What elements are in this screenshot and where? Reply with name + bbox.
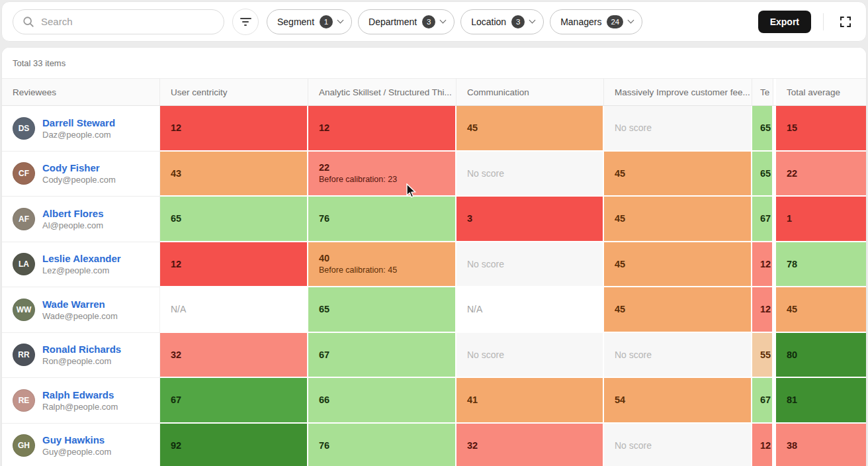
score-cell-user-centricity[interactable]: 43: [160, 152, 308, 197]
score-value: 12: [171, 122, 296, 133]
avatar: RR: [13, 344, 35, 366]
chip-count-badge: 24: [607, 15, 623, 28]
score-cell-analytic-skillset[interactable]: 40Before calibration: 45: [308, 242, 456, 288]
score-cell-total-average[interactable]: 81: [773, 378, 866, 424]
filter-button[interactable]: [232, 9, 259, 35]
score-value: 38: [787, 440, 855, 451]
score-cell-total-average[interactable]: 38: [773, 424, 866, 466]
column-header-reviewees[interactable]: Reviewees: [2, 79, 160, 105]
score-cell-communication[interactable]: No score: [456, 152, 604, 197]
chip-location[interactable]: Location 3: [460, 9, 544, 34]
score-cell-analytic-skillset[interactable]: 67: [308, 333, 456, 379]
score-cell-total-average[interactable]: 1: [773, 197, 866, 242]
score-cell-te[interactable]: 65: [752, 106, 773, 152]
score-cell-analytic-skillset[interactable]: 76: [308, 424, 456, 466]
column-header-te[interactable]: Te: [752, 79, 773, 105]
column-header-communication[interactable]: Communication: [456, 79, 604, 105]
score-cell-customer-feedback[interactable]: 45: [604, 197, 752, 242]
avatar: AF: [13, 208, 35, 230]
column-header-customer-feedback[interactable]: Massively Improve customer fee...: [604, 79, 752, 105]
reviewee-email: Ralph@people.com: [42, 402, 118, 412]
score-cell-total-average[interactable]: 22: [773, 152, 866, 197]
reviewee-email: Cody@people.com: [42, 175, 116, 185]
table-row: LALeslie AlexanderLez@people.com1240Befo…: [2, 242, 866, 288]
score-cell-te[interactable]: 55: [752, 333, 773, 379]
score-value: 45: [467, 122, 592, 133]
reviewee-name-link[interactable]: Ralph Edwards: [42, 389, 118, 400]
score-cell-customer-feedback[interactable]: 45: [604, 287, 752, 333]
score-cell-analytic-skillset[interactable]: 12: [308, 106, 456, 152]
fullscreen-button[interactable]: [836, 12, 855, 32]
reviewee-name-link[interactable]: Ronald Richards: [42, 344, 121, 355]
chip-department[interactable]: Department 3: [358, 9, 455, 34]
chevron-down-icon: [337, 17, 344, 24]
score-cell-user-centricity[interactable]: 12: [160, 242, 308, 288]
score-cell-user-centricity[interactable]: 92: [160, 424, 308, 466]
score-cell-total-average[interactable]: 15: [773, 106, 866, 152]
score-cell-communication[interactable]: No score: [456, 333, 604, 379]
reviewee-name-link[interactable]: Wade Warren: [42, 299, 118, 310]
reviewee-email: Daz@people.com: [42, 130, 115, 140]
column-header-user-centricity[interactable]: User centricity: [160, 79, 308, 105]
score-value: N/A: [467, 304, 592, 314]
score-value: 54: [615, 395, 740, 405]
reviewee-cell: GHGuy HawkinsGuy@people.com: [2, 424, 160, 466]
score-cell-customer-feedback[interactable]: No score: [604, 333, 752, 379]
score-value: 67: [760, 395, 772, 405]
table-row: AFAlbert FloresAl@people.com6576345671: [2, 197, 866, 242]
score-cell-user-centricity[interactable]: 32: [160, 333, 308, 379]
reviewee-name-link[interactable]: Guy Hawkins: [42, 434, 111, 445]
score-cell-communication[interactable]: No score: [456, 242, 604, 288]
filter-lines-icon: [240, 18, 251, 19]
score-cell-communication[interactable]: 45: [456, 106, 604, 152]
score-cell-customer-feedback[interactable]: 45: [604, 242, 752, 288]
score-value: 92: [171, 440, 296, 451]
score-cell-analytic-skillset[interactable]: 65: [308, 287, 456, 333]
score-cell-total-average[interactable]: 78: [773, 242, 866, 288]
score-value: 1: [787, 213, 855, 224]
score-cell-total-average[interactable]: 45: [773, 287, 866, 333]
search-field[interactable]: [41, 16, 214, 27]
score-cell-customer-feedback[interactable]: 54: [604, 378, 752, 424]
score-cell-user-centricity[interactable]: N/A: [160, 287, 308, 333]
export-button[interactable]: Export: [758, 11, 811, 33]
reviewee-name-link[interactable]: Leslie Alexander: [42, 253, 121, 264]
score-cell-te[interactable]: 12: [752, 424, 773, 466]
score-cell-te[interactable]: 67: [752, 378, 773, 424]
fullscreen-icon: [840, 16, 851, 28]
search-input[interactable]: [13, 9, 224, 34]
chip-managers[interactable]: Managers 24: [550, 9, 642, 34]
score-cell-te[interactable]: 67: [752, 197, 773, 242]
score-cell-total-average[interactable]: 80: [773, 333, 866, 379]
score-cell-communication[interactable]: 41: [456, 378, 604, 424]
reviewee-name-link[interactable]: Albert Flores: [42, 208, 104, 219]
score-cell-analytic-skillset[interactable]: 76: [308, 197, 456, 242]
score-cell-analytic-skillset[interactable]: 66: [308, 378, 456, 424]
table-row: RERalph EdwardsRalph@people.com676641546…: [2, 378, 866, 424]
score-cell-customer-feedback[interactable]: No score: [604, 424, 752, 466]
score-cell-communication[interactable]: N/A: [456, 287, 604, 333]
score-value: 67: [760, 213, 772, 224]
score-cell-communication[interactable]: 32: [456, 424, 604, 466]
score-cell-te[interactable]: 12: [752, 242, 773, 288]
column-header-analytic-skillset[interactable]: Analytic Skillset / Structured Thi...: [308, 79, 456, 105]
score-cell-user-centricity[interactable]: 65: [160, 197, 308, 242]
chip-label: Location: [471, 17, 506, 27]
before-calibration-note: Before calibration: 23: [319, 175, 445, 184]
score-cell-customer-feedback[interactable]: 45: [604, 152, 752, 197]
reviewee-name-link[interactable]: Darrell Steward: [42, 117, 115, 128]
score-value: 45: [615, 168, 740, 179]
chip-label: Department: [369, 17, 417, 27]
score-cell-user-centricity[interactable]: 67: [160, 378, 308, 424]
score-cell-te[interactable]: 12: [752, 287, 773, 333]
avatar: LA: [13, 253, 35, 275]
score-cell-communication[interactable]: 3: [456, 197, 604, 242]
score-cell-user-centricity[interactable]: 12: [160, 106, 308, 152]
before-calibration-note: Before calibration: 45: [319, 265, 445, 275]
column-header-total-average[interactable]: Total average: [773, 79, 866, 105]
score-cell-analytic-skillset[interactable]: 22Before calibration: 23: [308, 152, 456, 197]
chip-segment[interactable]: Segment 1: [267, 9, 352, 34]
score-cell-customer-feedback[interactable]: No score: [604, 106, 752, 152]
reviewee-name-link[interactable]: Cody Fisher: [42, 162, 116, 173]
score-cell-te[interactable]: 65: [752, 152, 773, 197]
